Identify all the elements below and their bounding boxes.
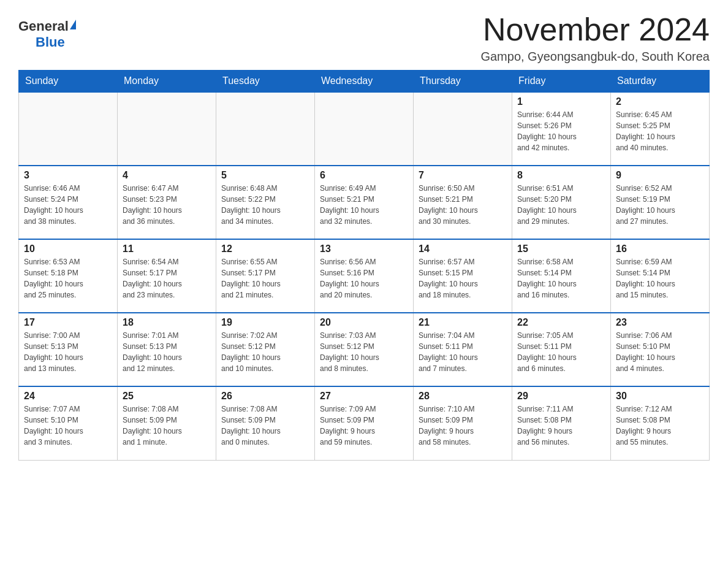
calendar-cell: 10Sunrise: 6:53 AM Sunset: 5:18 PM Dayli… (19, 239, 118, 313)
day-info: Sunrise: 7:03 AM Sunset: 5:12 PM Dayligh… (320, 330, 408, 374)
day-info: Sunrise: 6:50 AM Sunset: 5:21 PM Dayligh… (419, 183, 507, 227)
logo-general-text: General (18, 18, 69, 34)
day-info: Sunrise: 6:52 AM Sunset: 5:19 PM Dayligh… (616, 183, 704, 227)
day-info: Sunrise: 6:55 AM Sunset: 5:17 PM Dayligh… (221, 256, 309, 301)
day-number: 24 (24, 391, 112, 402)
calendar-cell: 7Sunrise: 6:50 AM Sunset: 5:21 PM Daylig… (414, 166, 512, 239)
calendar-cell: 23Sunrise: 7:06 AM Sunset: 5:10 PM Dayli… (611, 313, 710, 386)
calendar-cell: 1Sunrise: 6:44 AM Sunset: 5:26 PM Daylig… (512, 92, 611, 166)
calendar-cell: 15Sunrise: 6:58 AM Sunset: 5:14 PM Dayli… (512, 239, 611, 313)
location-title: Gampo, Gyeongsangbuk-do, South Korea (480, 50, 710, 64)
day-number: 14 (419, 243, 507, 255)
day-info: Sunrise: 6:49 AM Sunset: 5:21 PM Dayligh… (320, 183, 408, 227)
calendar-cell: 20Sunrise: 7:03 AM Sunset: 5:12 PM Dayli… (315, 313, 414, 386)
day-number: 5 (221, 170, 309, 181)
day-info: Sunrise: 6:44 AM Sunset: 5:26 PM Dayligh… (517, 109, 605, 153)
week-row-2: 3Sunrise: 6:46 AM Sunset: 5:24 PM Daylig… (19, 166, 710, 239)
calendar-cell: 4Sunrise: 6:47 AM Sunset: 5:23 PM Daylig… (118, 166, 216, 239)
calendar-cell: 5Sunrise: 6:48 AM Sunset: 5:22 PM Daylig… (216, 166, 315, 239)
week-row-3: 10Sunrise: 6:53 AM Sunset: 5:18 PM Dayli… (19, 239, 710, 313)
day-number: 3 (24, 170, 112, 181)
day-number: 23 (616, 317, 704, 328)
calendar-cell: 19Sunrise: 7:02 AM Sunset: 5:12 PM Dayli… (216, 313, 315, 386)
calendar-cell: 2Sunrise: 6:45 AM Sunset: 5:25 PM Daylig… (611, 92, 710, 166)
weekday-header-tuesday: Tuesday (216, 71, 315, 93)
week-row-4: 17Sunrise: 7:00 AM Sunset: 5:13 PM Dayli… (19, 313, 710, 386)
day-info: Sunrise: 7:12 AM Sunset: 5:08 PM Dayligh… (616, 404, 704, 448)
day-info: Sunrise: 7:00 AM Sunset: 5:13 PM Dayligh… (24, 330, 112, 374)
calendar-cell: 18Sunrise: 7:01 AM Sunset: 5:13 PM Dayli… (118, 313, 216, 386)
calendar-cell: 9Sunrise: 6:52 AM Sunset: 5:19 PM Daylig… (611, 166, 710, 239)
calendar-cell: 25Sunrise: 7:08 AM Sunset: 5:09 PM Dayli… (118, 386, 216, 460)
title-area: November 2024 Gampo, Gyeongsangbuk-do, S… (480, 12, 710, 64)
calendar-table: SundayMondayTuesdayWednesdayThursdayFrid… (18, 70, 710, 461)
day-info: Sunrise: 7:01 AM Sunset: 5:13 PM Dayligh… (123, 330, 211, 374)
weekday-header-thursday: Thursday (414, 71, 512, 93)
day-info: Sunrise: 6:53 AM Sunset: 5:18 PM Dayligh… (24, 256, 112, 301)
calendar-cell (118, 92, 216, 166)
day-number: 18 (123, 317, 211, 328)
day-number: 25 (123, 391, 211, 402)
day-info: Sunrise: 7:04 AM Sunset: 5:11 PM Dayligh… (419, 330, 507, 374)
day-info: Sunrise: 7:02 AM Sunset: 5:12 PM Dayligh… (221, 330, 309, 374)
calendar-cell: 11Sunrise: 6:54 AM Sunset: 5:17 PM Dayli… (118, 239, 216, 313)
day-info: Sunrise: 7:11 AM Sunset: 5:08 PM Dayligh… (517, 404, 605, 448)
weekday-header-friday: Friday (512, 71, 611, 93)
week-row-5: 24Sunrise: 7:07 AM Sunset: 5:10 PM Dayli… (19, 386, 710, 460)
day-info: Sunrise: 6:59 AM Sunset: 5:14 PM Dayligh… (616, 256, 704, 301)
calendar-cell: 29Sunrise: 7:11 AM Sunset: 5:08 PM Dayli… (512, 386, 611, 460)
day-number: 10 (24, 243, 112, 255)
day-info: Sunrise: 7:07 AM Sunset: 5:10 PM Dayligh… (24, 404, 112, 448)
day-number: 1 (517, 96, 605, 107)
calendar-cell: 8Sunrise: 6:51 AM Sunset: 5:20 PM Daylig… (512, 166, 611, 239)
calendar-cell: 26Sunrise: 7:08 AM Sunset: 5:09 PM Dayli… (216, 386, 315, 460)
calendar-cell: 30Sunrise: 7:12 AM Sunset: 5:08 PM Dayli… (611, 386, 710, 460)
day-info: Sunrise: 7:09 AM Sunset: 5:09 PM Dayligh… (320, 404, 408, 448)
day-number: 12 (221, 243, 309, 255)
day-info: Sunrise: 7:08 AM Sunset: 5:09 PM Dayligh… (123, 404, 211, 448)
day-number: 17 (24, 317, 112, 328)
day-number: 6 (320, 170, 408, 181)
day-number: 20 (320, 317, 408, 328)
calendar-cell: 27Sunrise: 7:09 AM Sunset: 5:09 PM Dayli… (315, 386, 414, 460)
calendar-cell: 17Sunrise: 7:00 AM Sunset: 5:13 PM Dayli… (19, 313, 118, 386)
month-title: November 2024 (480, 12, 710, 47)
header: General Blue November 2024 Gampo, Gyeong… (18, 12, 710, 64)
day-number: 28 (419, 391, 507, 402)
calendar-cell (216, 92, 315, 166)
day-number: 27 (320, 391, 408, 402)
day-info: Sunrise: 6:56 AM Sunset: 5:16 PM Dayligh… (320, 256, 408, 301)
day-number: 8 (517, 170, 605, 181)
day-number: 30 (616, 391, 704, 402)
day-info: Sunrise: 6:54 AM Sunset: 5:17 PM Dayligh… (123, 256, 211, 301)
weekday-header-saturday: Saturday (611, 71, 710, 93)
calendar-cell: 22Sunrise: 7:05 AM Sunset: 5:11 PM Dayli… (512, 313, 611, 386)
logo-blue-text: Blue (36, 34, 65, 50)
day-info: Sunrise: 6:45 AM Sunset: 5:25 PM Dayligh… (616, 109, 704, 153)
calendar-cell: 6Sunrise: 6:49 AM Sunset: 5:21 PM Daylig… (315, 166, 414, 239)
week-row-1: 1Sunrise: 6:44 AM Sunset: 5:26 PM Daylig… (19, 92, 710, 166)
weekday-header-sunday: Sunday (19, 71, 118, 93)
day-info: Sunrise: 7:05 AM Sunset: 5:11 PM Dayligh… (517, 330, 605, 374)
day-number: 21 (419, 317, 507, 328)
day-number: 26 (221, 391, 309, 402)
calendar-cell: 3Sunrise: 6:46 AM Sunset: 5:24 PM Daylig… (19, 166, 118, 239)
day-number: 29 (517, 391, 605, 402)
calendar-cell: 13Sunrise: 6:56 AM Sunset: 5:16 PM Dayli… (315, 239, 414, 313)
day-info: Sunrise: 6:47 AM Sunset: 5:23 PM Dayligh… (123, 183, 211, 227)
day-number: 11 (123, 243, 211, 255)
day-info: Sunrise: 6:58 AM Sunset: 5:14 PM Dayligh… (517, 256, 605, 301)
day-number: 16 (616, 243, 704, 255)
calendar-cell: 24Sunrise: 7:07 AM Sunset: 5:10 PM Dayli… (19, 386, 118, 460)
calendar-header-row: SundayMondayTuesdayWednesdayThursdayFrid… (19, 71, 710, 93)
day-number: 7 (419, 170, 507, 181)
logo: General Blue (18, 12, 76, 50)
day-info: Sunrise: 7:08 AM Sunset: 5:09 PM Dayligh… (221, 404, 309, 448)
calendar-cell: 12Sunrise: 6:55 AM Sunset: 5:17 PM Dayli… (216, 239, 315, 313)
day-info: Sunrise: 7:06 AM Sunset: 5:10 PM Dayligh… (616, 330, 704, 374)
day-number: 2 (616, 96, 704, 107)
logo-triangle-icon (70, 20, 76, 29)
calendar-cell: 14Sunrise: 6:57 AM Sunset: 5:15 PM Dayli… (414, 239, 512, 313)
day-info: Sunrise: 7:10 AM Sunset: 5:09 PM Dayligh… (419, 404, 507, 448)
calendar-cell (19, 92, 118, 166)
